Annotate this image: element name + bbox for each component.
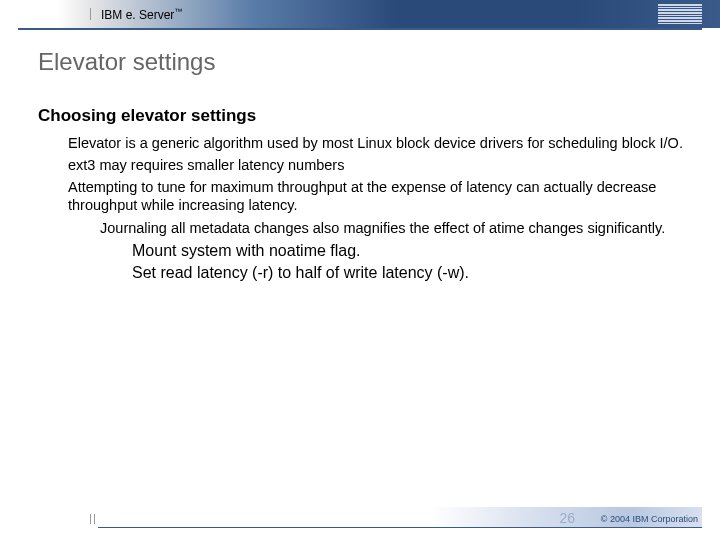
section-heading: Choosing elevator settings — [38, 106, 690, 126]
ibm-logo-icon — [658, 4, 702, 24]
slide-title: Elevator settings — [38, 48, 720, 76]
header-underline — [18, 28, 702, 30]
bullet-lvl2: Journaling all metadata changes also mag… — [100, 219, 690, 237]
footer-mark-icon — [90, 514, 91, 524]
header-left-mark — [90, 8, 95, 20]
bullet-lvl3: Set read latency (-r) to half of write l… — [132, 263, 690, 284]
bullet-lvl1: ext3 may requires smaller latency number… — [68, 156, 690, 174]
brand-text: IBM e. Server™ — [101, 7, 182, 22]
bullet-lvl1: Elevator is a generic algorithm used by … — [68, 134, 690, 152]
footer: 26 © 2004 IBM Corporation — [0, 508, 720, 528]
bullet-lvl1: Attempting to tune for maximum throughpu… — [68, 178, 690, 214]
copyright-text: © 2004 IBM Corporation — [601, 514, 698, 524]
content-area: Choosing elevator settings Elevator is a… — [38, 106, 690, 284]
brand-tm: ™ — [174, 7, 182, 16]
bullet-lvl3: Mount system with noatime flag. — [132, 241, 690, 262]
page-number: 26 — [559, 510, 575, 526]
brand-prefix: IBM e. Server — [101, 8, 174, 22]
header-bar: IBM e. Server™ — [0, 0, 720, 28]
